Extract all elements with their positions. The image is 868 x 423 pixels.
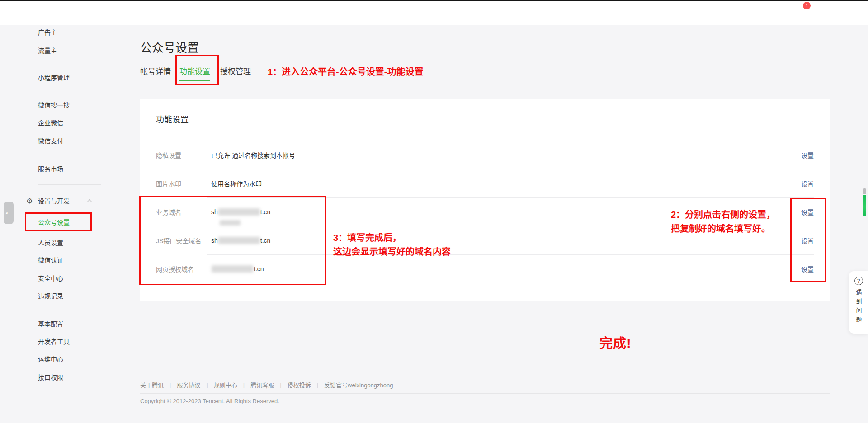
row-label: 隐私设置 [156,150,211,160]
chevron-up-icon [87,199,92,204]
footer-link-terms[interactable]: 服务协议 [177,381,200,389]
row-label: JS接口安全域名 [156,236,211,245]
redacted-text [218,237,260,244]
sidebar-item-search[interactable]: 微信搜一搜 [0,96,104,114]
sidebar: 广告主 流量主 小程序管理 微信搜一搜 企业微信 微信支付 服务市场 ⚙ 设置与… [0,25,104,423]
divider [38,312,101,312]
divider [38,93,101,93]
redacted-text [220,220,241,226]
divider: | [317,381,318,388]
settings-link[interactable]: 设置 [801,207,814,216]
divider: | [280,381,281,388]
settings-row-js-safe-domain: JS接口安全域名 sht.cn 设置 [156,226,814,254]
sidebar-item-security-center[interactable]: 安全中心 [0,269,104,287]
settings-link[interactable]: 设置 [801,179,814,188]
sidebar-item-service-market[interactable]: 服务市场 [0,160,104,178]
row-value: 使用名称作为水印 [211,179,801,188]
settings-row-watermark: 图片水印 使用名称作为水印 设置 [156,169,814,197]
settings-row-privacy: 隐私设置 已允许 通过名称搜索到本帐号 设置 [156,141,814,169]
sidebar-item-wecom[interactable]: 企业微信 [0,114,104,132]
domain-prefix: sh [211,208,218,216]
domain-suffix: t.cn [260,237,271,244]
help-widget[interactable]: ? 遇到问题 [849,271,868,334]
row-value: sht.cn [211,237,801,244]
footer-link-feedback[interactable]: 反馈官号weixingongzhong [324,381,393,389]
app-header [0,1,868,25]
sidebar-item-staff-settings[interactable]: 人员设置 [0,234,104,252]
sidebar-item-wechat-pay[interactable]: 微信支付 [0,132,104,150]
row-value: t.cn [211,265,801,273]
divider: | [206,381,208,388]
sidebar-item-basic-config[interactable]: 基本配置 [0,315,104,333]
domain-prefix: sh [211,237,218,244]
divider: | [170,381,171,388]
redacted-text [212,265,253,273]
row-value: 已允许 通过名称搜索到本帐号 [211,150,801,160]
divider [38,65,101,65]
footer-link-rules[interactable]: 规则中心 [214,381,237,389]
settings-row-oauth-domain: 网页授权域名 t.cn 设置 [156,254,814,283]
redacted-text [218,208,260,216]
notification-badge: 1 [803,2,811,9]
divider [140,393,830,394]
tab-account-details[interactable]: 帐号详情 [140,66,171,78]
divider [38,184,101,185]
question-mark-icon: ? [854,277,863,285]
page-title: 公众号设置 [140,38,199,55]
sidebar-item-dev-tools[interactable]: 开发者工具 [0,333,104,351]
settings-link[interactable]: 设置 [801,264,814,273]
divider [38,156,101,156]
collapse-arrow-icon: ◂ [5,211,8,215]
gear-icon: ⚙ [26,192,33,210]
row-label: 业务域名 [156,207,211,216]
sidebar-item-account-settings[interactable]: 公众号设置 [0,213,104,231]
sidebar-item-api-permissions[interactable]: 接口权限 [0,368,104,386]
annotation-done: 完成! [599,333,632,352]
help-widget-label: 遇到问题 [854,289,863,325]
sidebar-collapse-handle[interactable]: ◂ [4,202,14,224]
annotation-step1: 1：进入公众平台-公众号设置-功能设置 [268,65,423,79]
settings-link[interactable]: 设置 [801,236,814,245]
row-label: 图片水印 [156,179,211,188]
active-tab-underline [179,80,210,81]
footer-links: 关于腾讯| 服务协议| 规则中心| 腾讯客服| 侵权投诉| 反馈官号weixin… [140,381,393,389]
sidebar-item-traffic[interactable]: 流量主 [0,42,104,60]
scrollbar-thumb[interactable] [863,195,866,216]
divider: | [243,381,245,388]
sidebar-item-ops-center[interactable]: 运维中心 [0,350,104,368]
row-value: sht.cn [211,208,801,216]
row-label: 网页授权域名 [156,264,211,273]
settings-row-business-domain: 业务域名 sht.cn 设置 [156,197,814,226]
domain-suffix: t.cn [260,208,271,216]
tab-authorization[interactable]: 授权管理 [220,66,251,78]
domain-suffix: t.cn [254,265,264,273]
copyright: Copyright © 2012-2023 Tencent. All Right… [140,398,279,404]
tab-function-settings[interactable]: 功能设置 [179,66,210,78]
sidebar-item-advertiser[interactable]: 广告主 [0,24,104,42]
scrollbar-track[interactable] [863,188,866,194]
footer-link-support[interactable]: 腾讯客服 [250,381,274,389]
settings-link[interactable]: 设置 [801,150,814,160]
footer-link-complaint[interactable]: 侵权投诉 [288,381,311,389]
sidebar-item-settings-dev[interactable]: ⚙ 设置与开发 [0,192,104,210]
footer-link-about[interactable]: 关于腾讯 [140,381,164,389]
sidebar-item-miniprogram[interactable]: 小程序管理 [0,69,104,87]
card-title: 功能设置 [156,113,189,125]
sidebar-item-label: 设置与开发 [38,197,70,205]
sidebar-item-violations[interactable]: 违规记录 [0,287,104,305]
sidebar-item-verification[interactable]: 微信认证 [0,251,104,269]
